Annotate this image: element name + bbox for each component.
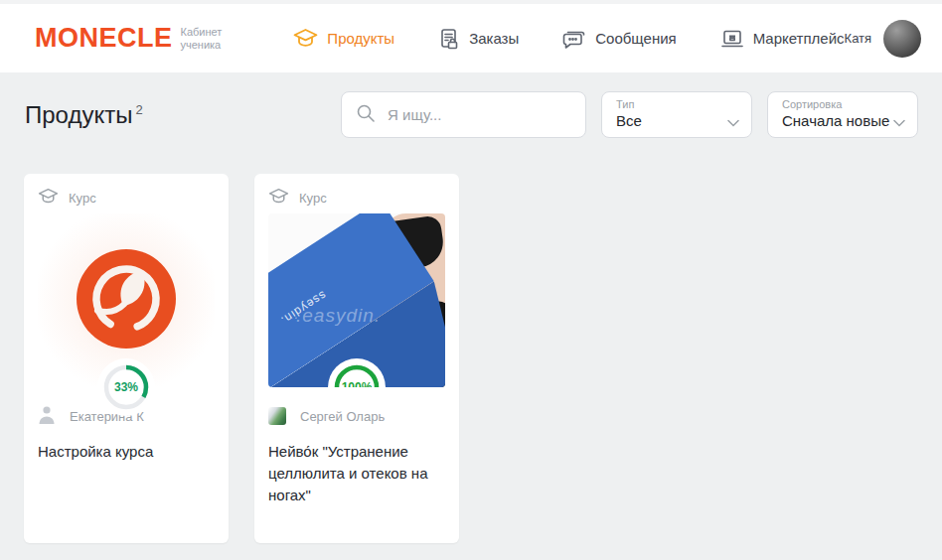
nav-label: Продукты (327, 30, 394, 47)
user-menu[interactable]: Катя (845, 20, 922, 58)
course-cover-image: sseydin. wok. .easydin. 100% (268, 213, 445, 387)
sort-filter-dropdown[interactable]: Сортировка Сначала новые (767, 91, 918, 138)
photo-watermark-text: .easydin. (296, 305, 381, 327)
nav-item-orders[interactable]: Заказы (438, 28, 519, 50)
author-name: Сергей Оларь (300, 409, 385, 424)
chat-bubble-icon (562, 28, 586, 50)
author-avatar (268, 407, 286, 425)
chevron-down-icon (893, 113, 905, 131)
nav-label: Сообщения (595, 30, 676, 47)
user-name: Катя (845, 31, 872, 46)
filter-value: Сначала новые (782, 112, 905, 129)
marketplace-laptop-icon (720, 28, 744, 50)
graduation-cap-icon (38, 188, 59, 208)
graduation-cap-icon (268, 188, 289, 208)
card-type-label: Курс (69, 191, 96, 206)
chevron-down-icon (727, 113, 739, 131)
user-avatar (883, 20, 921, 58)
header: MONECLE Кабинет ученика Продукты (0, 4, 942, 72)
course-title: Настройка курса (38, 441, 215, 463)
product-card-course-setup[interactable]: Курс (24, 174, 229, 543)
card-type-row: Курс (38, 186, 215, 210)
nav-label: Маркетплейс (753, 30, 845, 47)
search-box (341, 91, 586, 138)
logo[interactable]: MONECLE Кабинет ученика (35, 23, 222, 54)
card-type-row: Курс (268, 186, 445, 210)
products-count-badge: 2 (135, 102, 142, 117)
filter-label: Сортировка (782, 98, 905, 110)
page-title: Продукты2 (25, 101, 143, 129)
leaf-logo-icon (75, 247, 178, 354)
course-cover-image: 33% (38, 213, 215, 387)
product-cards: Курс (24, 174, 459, 543)
main-nav: Продукты Заказы (293, 28, 844, 50)
course-title: Нейво́к "Устранение целлюлита и отеков н… (268, 441, 445, 506)
progress-percent-label: 100% (331, 361, 383, 387)
graduation-cap-icon (293, 28, 318, 49)
person-placeholder-icon (38, 404, 56, 429)
progress-badge: 33% (100, 361, 152, 413)
nav-item-products[interactable]: Продукты (293, 28, 394, 49)
type-filter-dropdown[interactable]: Тип Все (601, 91, 752, 138)
search-input[interactable] (388, 106, 585, 123)
search-icon (356, 103, 376, 127)
progress-percent-label: 33% (100, 361, 152, 413)
nav-label: Заказы (469, 30, 519, 47)
product-card-neivok[interactable]: Курс sseydin. wok. .easydin. (254, 174, 459, 543)
filter-label: Тип (616, 98, 739, 110)
nav-item-messages[interactable]: Сообщения (562, 28, 676, 50)
logo-wordmark: MONECLE (35, 23, 173, 54)
filter-value: Все (616, 112, 739, 129)
toolbar: Продукты2 Тип Все Сортировка Сначала нов… (25, 91, 918, 138)
author-row: Сергей Оларь (268, 405, 445, 427)
student-cabinet-page: MONECLE Кабинет ученика Продукты (0, 0, 942, 560)
orders-receipt-lock-icon (438, 28, 460, 50)
card-type-label: Курс (299, 191, 327, 206)
progress-badge: 100% (331, 361, 383, 387)
nav-item-marketplace[interactable]: Маркетплейс (720, 28, 845, 50)
logo-subtitle: Кабинет ученика (181, 26, 223, 52)
